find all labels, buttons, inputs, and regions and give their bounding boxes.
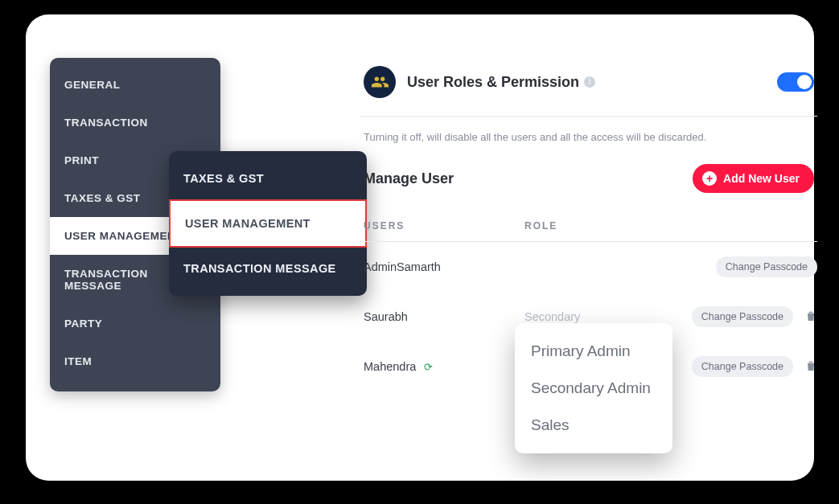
role-dropdown: Primary Admin Secondary Admin Sales	[515, 323, 672, 453]
panel-subtext: Turning it off, will disable all the use…	[360, 117, 817, 164]
role-option-secondary-admin[interactable]: Secondary Admin	[515, 370, 672, 407]
delete-icon[interactable]	[804, 309, 817, 325]
change-passcode-button[interactable]: Change Passcode	[692, 356, 793, 377]
app-card: GENERAL TRANSACTION PRINT TAXES & GST US…	[26, 14, 814, 481]
change-passcode-button[interactable]: Change Passcode	[692, 306, 793, 327]
users-table-header: USERS ROLE	[360, 203, 817, 242]
add-new-user-label: Add New User	[723, 172, 800, 185]
change-passcode-button[interactable]: Change Passcode	[716, 256, 817, 277]
settings-float-menu: TAXES & GST USER MANAGEMENT TRANSACTION …	[169, 151, 367, 296]
col-role: ROLE	[524, 220, 685, 232]
users-icon	[364, 66, 396, 98]
table-row: AdminSamarth Change Passcode	[360, 242, 817, 292]
panel-title: User Roles & Permission	[407, 74, 579, 91]
manage-user-title: Manage User	[364, 170, 454, 187]
user-cell: Saurabh	[364, 310, 524, 323]
sidebar-item-item[interactable]: ITEM	[50, 342, 220, 380]
sidebar-item-party[interactable]: PARTY	[50, 305, 220, 342]
role-option-primary-admin[interactable]: Primary Admin	[515, 333, 672, 370]
float-item-transaction-message[interactable]: TRANSACTION MESSAGE	[169, 246, 367, 291]
role-cell[interactable]: Secondary	[524, 310, 685, 323]
user-cell: AdminSamarth	[364, 260, 524, 273]
float-item-taxes-gst[interactable]: TAXES & GST	[169, 156, 367, 201]
user-roles-panel: User Roles & Permission i Turning it off…	[360, 58, 817, 391]
add-new-user-button[interactable]: + Add New User	[693, 164, 814, 193]
panel-header: User Roles & Permission i	[360, 58, 817, 117]
plus-icon: +	[702, 171, 717, 186]
role-option-sales[interactable]: Sales	[515, 407, 672, 444]
sidebar-item-transaction[interactable]: TRANSACTION	[50, 104, 220, 141]
permissions-toggle[interactable]	[777, 72, 814, 92]
user-cell: Mahendra ⟳	[364, 360, 524, 373]
col-users: USERS	[364, 220, 524, 232]
manage-user-header: Manage User + Add New User	[360, 164, 817, 203]
sync-icon: ⟳	[424, 361, 433, 373]
delete-icon[interactable]	[804, 359, 817, 375]
sidebar-item-general[interactable]: GENERAL	[50, 66, 220, 104]
info-icon[interactable]: i	[584, 76, 595, 88]
float-item-user-management[interactable]: USER MANAGEMENT	[169, 199, 367, 248]
